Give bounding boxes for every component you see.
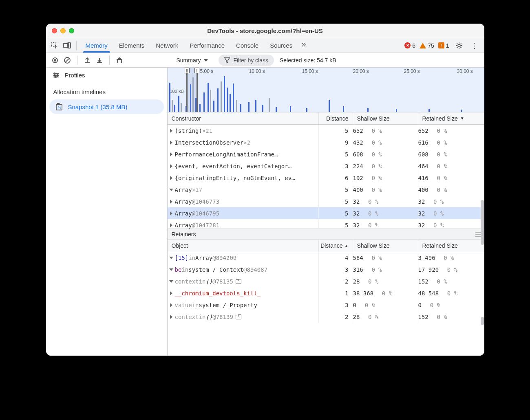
selection-handle-right[interactable]: || [194, 68, 199, 73]
chevron-right-icon[interactable] [170, 129, 172, 133]
svg-point-3 [458, 44, 460, 47]
warning-icon [420, 43, 426, 48]
table-row[interactable]: value in system / Property300 %00 % [168, 299, 484, 311]
column-distance[interactable]: Distance [319, 112, 353, 124]
selected-size-label: Selected size: 54.7 kB [280, 57, 336, 64]
timeline-selection[interactable]: || || [186, 68, 198, 112]
table-row[interactable]: Array @10467735320 %320 % [168, 196, 484, 207]
table-row[interactable]: Array @10467955320 %320 % [168, 207, 484, 219]
table-row[interactable]: __chromium_devtools_kill_138 3680 %48 54… [168, 288, 484, 299]
record-icon[interactable] [49, 55, 61, 66]
memory-toolbar: Summary Filter by class Selected size: 5… [46, 53, 484, 68]
table-row[interactable]: context in () @781392280 %1520 % [168, 311, 484, 323]
table-row[interactable]: Array ×1754000 %4000 % [168, 184, 484, 196]
import-icon[interactable] [94, 55, 105, 66]
chevron-right-icon[interactable] [170, 315, 172, 319]
divider [76, 41, 77, 50]
svg-point-5 [54, 59, 56, 62]
table-row[interactable]: context in () @781352280 %1520 % [168, 276, 484, 288]
table-row[interactable]: {event, eventAction, eventCategor…32240 … [168, 160, 484, 172]
titlebar: DevTools - store.google.com/?hl=en-US [46, 24, 484, 38]
retainers-menu-icon[interactable] [475, 232, 481, 237]
table-row[interactable]: be in system / Context @89408733160 %17 … [168, 264, 484, 276]
sliders-icon [53, 72, 60, 79]
chevron-right-icon[interactable] [170, 223, 172, 227]
svg-line-7 [65, 58, 69, 62]
main-toolbar: Memory Elements Network Performance Cons… [46, 38, 484, 53]
issues-icon: ! [438, 42, 444, 48]
svg-text:%: % [58, 106, 61, 110]
tab-icon [236, 279, 241, 284]
column-retained[interactable]: Retained Size [418, 112, 484, 124]
window-title: DevTools - store.google.com/?hl=en-US [46, 27, 484, 34]
tab-memory[interactable]: Memory [80, 38, 113, 53]
table-row[interactable]: (string) ×2156520 %6520 % [168, 125, 484, 136]
chevron-down-icon[interactable] [169, 257, 173, 259]
settings-icon[interactable] [453, 40, 465, 51]
chevron-right-icon[interactable] [170, 164, 172, 168]
snapshot-icon: % [55, 103, 63, 111]
table-row[interactable]: {originatingEntity, noGtmEvent, ev…61920… [168, 172, 484, 184]
column-retained-r[interactable]: Retained Size [418, 240, 484, 252]
main-panel: 5.00 s 10.00 s 15.00 s 20.00 s 25.00 s 3… [168, 68, 484, 356]
timeline-bars [168, 75, 484, 112]
sidebar-section-label: Allocation timelines [46, 83, 167, 98]
chevron-down-icon[interactable] [169, 189, 173, 191]
column-object[interactable]: Object [168, 240, 319, 252]
filter-input[interactable]: Filter by class [219, 55, 274, 66]
sidebar-head-profiles[interactable]: Profiles [46, 68, 167, 83]
tab-performance[interactable]: Performance [184, 38, 230, 53]
chevron-right-icon[interactable] [170, 141, 172, 145]
column-distance-r[interactable]: Distance [319, 240, 353, 252]
column-constructor[interactable]: Constructor [168, 112, 319, 124]
chevron-right-icon[interactable] [170, 176, 172, 180]
warning-count[interactable]: 75 [420, 42, 434, 49]
more-tabs-icon[interactable]: » [298, 38, 309, 50]
table-row[interactable]: IntersectionObserver ×294320 %6160 % [168, 136, 484, 148]
device-toolbar-icon[interactable] [62, 40, 73, 51]
chevron-down-icon [204, 59, 208, 62]
error-count[interactable]: ✕6 [404, 42, 415, 49]
selection-handle-left[interactable]: || [185, 68, 190, 73]
chevron-right-icon[interactable] [170, 211, 172, 215]
clear-icon[interactable] [62, 55, 73, 66]
timeline-ticks: 5.00 s 10.00 s 15.00 s 20.00 s 25.00 s 3… [168, 68, 484, 75]
retainer-rows[interactable]: [15] in Array @89420945840 %3 4960 %be i… [168, 252, 484, 356]
tab-elements[interactable]: Elements [113, 38, 150, 53]
inspect-element-icon[interactable] [49, 40, 60, 51]
chevron-right-icon[interactable] [170, 200, 172, 204]
tab-icon [236, 315, 241, 319]
chevron-down-icon[interactable] [169, 280, 173, 283]
sidebar-item-snapshot[interactable]: % Snapshot 1 (35.8 MB) [49, 99, 164, 114]
status-counters: ✕6 75 !1 ⋮ [404, 40, 481, 51]
scrollbar-thumb[interactable] [481, 317, 484, 325]
allocation-timeline[interactable]: 5.00 s 10.00 s 15.00 s 20.00 s 25.00 s 3… [168, 68, 484, 112]
view-dropdown[interactable]: Summary [172, 55, 213, 66]
table-row[interactable]: PerformanceLongAnimationFrame…56080 %608… [168, 148, 484, 160]
more-menu-icon[interactable]: ⋮ [469, 40, 480, 51]
table-row[interactable]: [15] in Array @89420945840 %3 4960 % [168, 252, 484, 264]
tab-network[interactable]: Network [150, 38, 184, 53]
chevron-right-icon[interactable] [170, 291, 172, 295]
chevron-right-icon[interactable] [170, 303, 172, 307]
constructor-rows[interactable]: (string) ×2156520 %6520 %IntersectionObs… [168, 125, 484, 229]
column-shallow-r[interactable]: Shallow Size [353, 240, 418, 252]
panel-tabs: Memory Elements Network Performance Cons… [80, 38, 310, 53]
tab-sources[interactable]: Sources [264, 38, 298, 53]
export-icon[interactable] [82, 55, 93, 66]
collect-garbage-icon[interactable] [114, 55, 125, 66]
chevron-down-icon[interactable] [169, 268, 173, 271]
retainers-title: Retainers [168, 229, 484, 240]
filter-icon [224, 57, 230, 63]
sidebar: Profiles Allocation timelines % Snapshot… [46, 68, 168, 356]
constructor-table-header: Constructor Distance Shallow Size Retain… [168, 112, 484, 125]
retainers-table-header: Object Distance Shallow Size Retained Si… [168, 240, 484, 252]
chevron-right-icon[interactable] [170, 152, 172, 156]
table-row[interactable]: Array @10472815320 %320 % [168, 219, 484, 229]
scrollbar-thumb[interactable] [481, 200, 484, 245]
devtools-window: DevTools - store.google.com/?hl=en-US Me… [46, 24, 484, 356]
column-shallow[interactable]: Shallow Size [353, 112, 418, 124]
issues-count[interactable]: !1 [438, 42, 449, 49]
tab-console[interactable]: Console [230, 38, 264, 53]
